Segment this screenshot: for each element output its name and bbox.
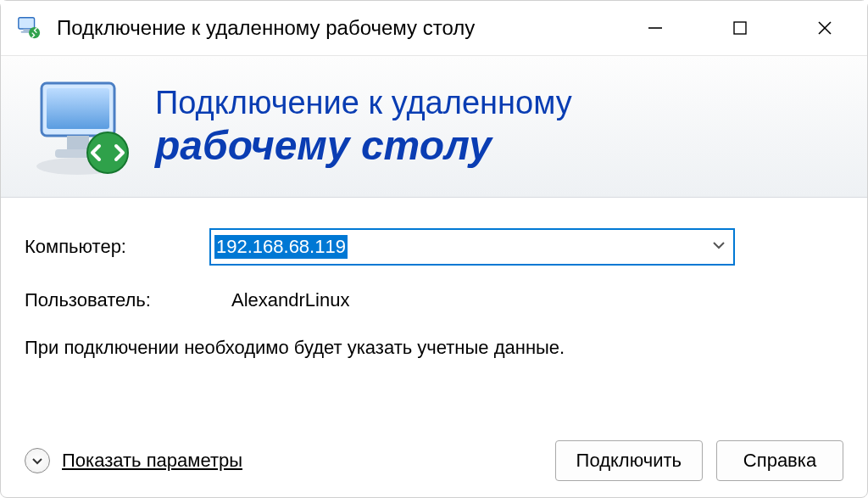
user-label: Пользователь:: [25, 289, 209, 311]
titlebar[interactable]: Подключение к удаленному рабочему столу: [1, 1, 867, 55]
credentials-hint: При подключении необходимо будет указать…: [25, 335, 635, 361]
close-button[interactable]: [782, 1, 867, 55]
window-controls: [613, 1, 867, 55]
svg-point-3: [29, 27, 40, 38]
svg-rect-11: [67, 136, 89, 149]
maximize-button[interactable]: [698, 1, 782, 55]
body-area: Компьютер: 192.168.68.119 Пользователь: …: [1, 198, 867, 424]
show-options-label: Показать параметры: [62, 450, 242, 472]
chevron-down-circle-icon: [25, 448, 50, 473]
rdp-large-icon: [26, 71, 136, 182]
rdp-dialog: Подключение к удаленному рабочему столу: [0, 0, 868, 498]
minimize-button[interactable]: [613, 1, 698, 55]
connect-button[interactable]: Подключить: [555, 440, 703, 481]
user-value: AlexandrLinux: [231, 289, 349, 311]
computer-combobox[interactable]: 192.168.68.119: [209, 228, 735, 266]
svg-rect-5: [734, 22, 746, 34]
svg-rect-1: [23, 29, 30, 31]
computer-input[interactable]: [209, 228, 735, 266]
rdp-icon: [16, 15, 42, 41]
header-line2: рабочему столу: [155, 125, 572, 167]
header-band: Подключение к удаленному рабочему столу: [1, 55, 867, 198]
svg-rect-10: [47, 88, 109, 129]
svg-rect-0: [19, 18, 35, 29]
help-button[interactable]: Справка: [716, 440, 843, 481]
footer: Показать параметры Подключить Справка: [1, 424, 867, 497]
header-line1: Подключение к удаленному: [155, 86, 572, 121]
window-title: Подключение к удаленному рабочему столу: [57, 16, 613, 40]
show-options-toggle[interactable]: Показать параметры: [25, 448, 242, 473]
computer-label: Компьютер:: [25, 236, 209, 258]
